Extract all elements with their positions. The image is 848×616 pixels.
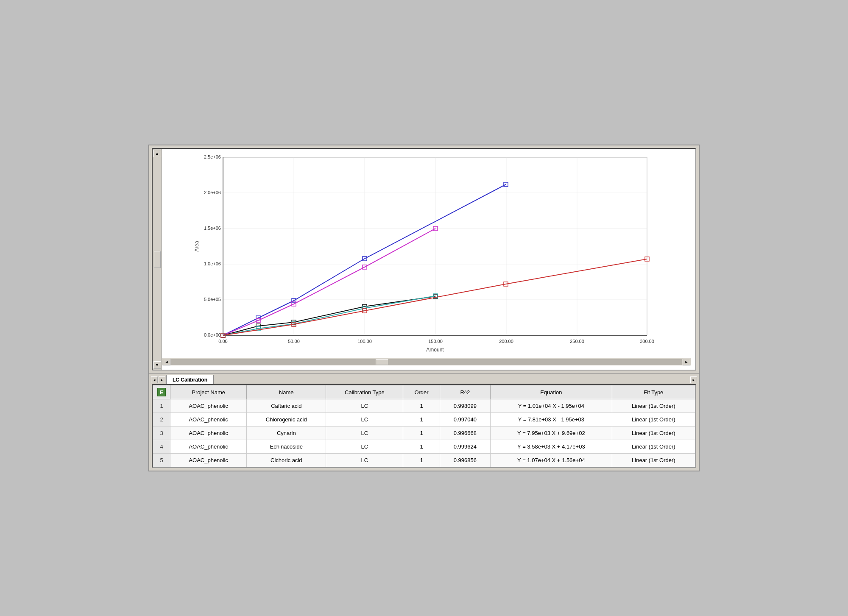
y-tick-1: 5.0e+05 — [204, 297, 221, 302]
x-tick-1: 50.00 — [288, 339, 300, 344]
table-cell-name-5: Cichoric acid — [247, 454, 326, 467]
table-row: 5 AOAC_phenolic Cichoric acid LC 1 0.996… — [153, 454, 695, 467]
table-cell-order-5: 1 — [403, 454, 440, 467]
svg-rect-0 — [223, 157, 647, 335]
table-col-r2: R^2 — [440, 385, 490, 399]
scroll-up-button[interactable]: ▲ — [153, 150, 161, 157]
y-tick-0: 0.0e+00 — [204, 332, 221, 337]
scroll-thumb-horizontal[interactable] — [376, 359, 388, 365]
y-tick-2: 1.0e+06 — [204, 261, 221, 266]
table-col-order: Order — [403, 385, 440, 399]
tab-spacer — [215, 384, 689, 384]
table-cell-fit-1: Linear (1st Order) — [612, 399, 695, 413]
x-tick-3: 150.00 — [428, 339, 443, 344]
table-icon-e: E — [157, 388, 166, 396]
table-row: 2 AOAC_phenolic Chlorogenic acid LC 1 0.… — [153, 413, 695, 426]
table-cell-caltype-3: LC — [326, 426, 403, 440]
y-tick-3: 1.5e+06 — [204, 226, 221, 231]
table-cell-name-4: Echinacoside — [247, 440, 326, 454]
table-cell-order-1: 1 — [403, 399, 440, 413]
tab-label: LC Calibration — [173, 377, 207, 383]
table-cell-caltype-4: LC — [326, 440, 403, 454]
table-row: 3 AOAC_phenolic Cynarin LC 1 0.996668 Y … — [153, 426, 695, 440]
table-cell-name-3: Cynarin — [247, 426, 326, 440]
scroll-left-button[interactable]: ◄ — [163, 359, 170, 365]
table-cell-row-num-3: 3 — [153, 426, 170, 440]
chart-area: ▲ ▼ — [152, 148, 696, 371]
x-axis-label: Amount — [426, 347, 444, 353]
x-tick-5: 250.00 — [570, 339, 584, 344]
main-window: ▲ ▼ — [148, 145, 700, 471]
table-col-project-name: Project Name — [170, 385, 247, 399]
table-cell-order-3: 1 — [403, 426, 440, 440]
table-col-name: Name — [247, 385, 326, 399]
table-header-row: E Project Name Name Calibration Type Ord… — [153, 385, 695, 399]
scroll-right-button[interactable]: ► — [683, 359, 690, 365]
table-cell-order-2: 1 — [403, 413, 440, 426]
table-cell-fit-4: Linear (1st Order) — [612, 440, 695, 454]
table-col-equation: Equation — [491, 385, 612, 399]
chart-plot-area: 0.0e+00 5.0e+05 1.0e+06 1.5e+06 2.0e+06 … — [162, 149, 695, 370]
table-cell-r2-5: 0.996856 — [440, 454, 490, 467]
table-cell-caltype-5: LC — [326, 454, 403, 467]
table-cell-fit-2: Linear (1st Order) — [612, 413, 695, 426]
table-cell-row-num-4: 4 — [153, 440, 170, 454]
table-cell-name-1: Caftaric acid — [247, 399, 326, 413]
table-cell-r2-1: 0.998099 — [440, 399, 490, 413]
table-cell-equation-4: Y = 3.58e+03 X + 4.17e+03 — [491, 440, 612, 454]
table-cell-fit-3: Linear (1st Order) — [612, 426, 695, 440]
table-cell-row-num-5: 5 — [153, 454, 170, 467]
table-cell-name-2: Chlorogenic acid — [247, 413, 326, 426]
table-cell-fit-5: Linear (1st Order) — [612, 454, 695, 467]
table-cell-order-4: 1 — [403, 440, 440, 454]
data-table-container: E Project Name Name Calibration Type Ord… — [152, 384, 696, 468]
table-cell-caltype-2: LC — [326, 413, 403, 426]
calibration-chart-svg: 0.0e+00 5.0e+05 1.0e+06 1.5e+06 2.0e+06 … — [162, 153, 691, 357]
x-tick-2: 100.00 — [357, 339, 372, 344]
table-cell-row-num-1: 1 — [153, 399, 170, 413]
x-tick-4: 200.00 — [499, 339, 513, 344]
table-col-fit-type: Fit Type — [612, 385, 695, 399]
scroll-down-button[interactable]: ▼ — [153, 361, 161, 369]
table-cell-project-5: AOAC_phenolic — [170, 454, 247, 467]
table-cell-equation-3: Y = 7.95e+03 X + 9.69e+02 — [491, 426, 612, 440]
table-cell-project-1: AOAC_phenolic — [170, 399, 247, 413]
vertical-scrollbar[interactable]: ▲ ▼ — [153, 149, 162, 370]
table-cell-project-4: AOAC_phenolic — [170, 440, 247, 454]
table-cell-r2-4: 0.999624 — [440, 440, 490, 454]
calibration-table: E Project Name Name Calibration Type Ord… — [153, 385, 695, 467]
x-tick-0: 0.00 — [218, 339, 227, 344]
table-cell-project-2: AOAC_phenolic — [170, 413, 247, 426]
scroll-track-horizontal — [171, 359, 682, 365]
table-row: 1 AOAC_phenolic Caftaric acid LC 1 0.998… — [153, 399, 695, 413]
table-cell-equation-2: Y = 7.81e+03 X - 1.95e+03 — [491, 413, 612, 426]
horizontal-scrollbar[interactable]: ◄ ► — [162, 358, 691, 365]
table-cell-r2-3: 0.996668 — [440, 426, 490, 440]
table-col-cal-type: Calibration Type — [326, 385, 403, 399]
y-axis-label: Area — [194, 241, 200, 252]
table-cell-r2-2: 0.997040 — [440, 413, 490, 426]
scroll-thumb-vertical[interactable] — [154, 251, 161, 268]
table-row: 4 AOAC_phenolic Echinacoside LC 1 0.9996… — [153, 440, 695, 454]
table-cell-equation-5: Y = 1.07e+04 X + 1.56e+04 — [491, 454, 612, 467]
table-cell-equation-1: Y = 1.01e+04 X - 1.95e+04 — [491, 399, 612, 413]
tab-nav-right-button[interactable]: ► — [159, 376, 165, 383]
tab-scroll-right-button[interactable]: ► — [690, 376, 697, 383]
x-tick-6: 300.00 — [640, 339, 654, 344]
tab-bar: ◄ ► LC Calibration ► — [149, 373, 699, 384]
tab-nav-left-button[interactable]: ◄ — [151, 376, 158, 383]
table-cell-caltype-1: LC — [326, 399, 403, 413]
table-cell-project-3: AOAC_phenolic — [170, 426, 247, 440]
tab-lc-calibration[interactable]: LC Calibration — [166, 375, 214, 384]
table-col-icon: E — [153, 385, 170, 399]
table-cell-row-num-2: 2 — [153, 413, 170, 426]
y-tick-4: 2.0e+06 — [204, 190, 221, 195]
y-tick-5: 2.5e+06 — [204, 154, 221, 159]
